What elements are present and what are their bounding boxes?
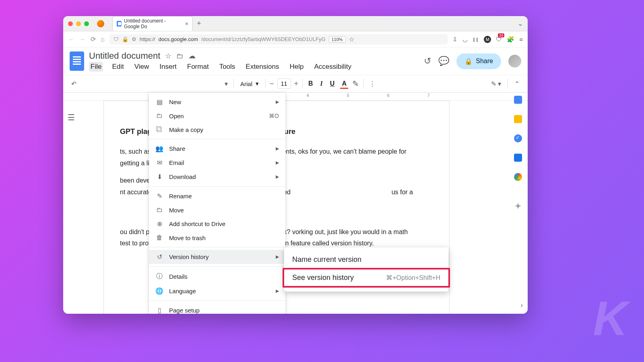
menu-view[interactable]: View	[133, 62, 151, 72]
font-family-select[interactable]: Arial ▾	[238, 80, 261, 87]
chevron-down-icon: ▾	[256, 80, 259, 87]
menu-insert[interactable]: Insert	[158, 62, 178, 72]
menu-email[interactable]: ✉Email▶	[149, 156, 285, 170]
tasks-icon[interactable]	[514, 134, 522, 142]
minimize-window[interactable]	[76, 21, 81, 26]
back-button[interactable]: ←	[68, 36, 74, 43]
bold-button[interactable]: B	[307, 79, 315, 88]
editing-mode-icon[interactable]: ✎ ▾	[489, 78, 503, 89]
menu-extensions[interactable]: Extensions	[244, 62, 281, 72]
extension-icon[interactable]: 🛡24	[496, 36, 502, 43]
menu-format[interactable]: Format	[186, 62, 211, 72]
home-button[interactable]: ⌂	[101, 36, 105, 43]
menu-details[interactable]: ⓘDetails	[149, 269, 285, 284]
forward-button[interactable]: →	[79, 36, 86, 43]
docs-logo-icon[interactable]	[70, 51, 84, 71]
address-bar: ← → ⟳ ⌂ 🛡 🔒 ⚙ https://docs.google.com/do…	[63, 31, 528, 47]
reload-button[interactable]: ⟳	[91, 35, 96, 43]
move-icon: 🗀	[155, 206, 163, 214]
cloud-status-icon[interactable]: ☁	[188, 51, 196, 60]
window-controls	[68, 21, 89, 26]
maximize-window[interactable]	[84, 21, 89, 26]
share-icon: 👥	[155, 145, 163, 152]
font-size-input[interactable]	[277, 78, 291, 89]
calendar-icon[interactable]	[514, 96, 522, 104]
undo-icon[interactable]: ↶	[70, 78, 78, 89]
text-color-button[interactable]: A	[340, 79, 348, 88]
maps-icon[interactable]	[514, 173, 522, 181]
underline-button[interactable]: U	[328, 79, 336, 88]
permissions-icon: ⚙	[132, 36, 136, 42]
menu-add-shortcut[interactable]: ⊕Add shortcut to Drive	[149, 217, 285, 231]
menu-page-setup[interactable]: ▯Page setup	[149, 303, 285, 314]
move-folder-icon[interactable]: 🗀	[176, 52, 184, 60]
comments-icon[interactable]: 💬	[438, 56, 449, 66]
save-pocket-icon[interactable]: ⇩	[452, 36, 458, 43]
extensions-icon[interactable]: 🧩	[507, 36, 514, 43]
version-history-submenu: Name current version See version history…	[284, 247, 448, 292]
menu-help[interactable]: Help	[288, 62, 305, 72]
ruler: 2 3 4 5 6 7	[63, 93, 528, 101]
menu-edit[interactable]: Edit	[110, 62, 125, 72]
lock-icon: 🔒	[464, 58, 473, 65]
star-icon[interactable]: ☆	[165, 51, 171, 60]
zoom-badge[interactable]: 110%	[329, 36, 346, 43]
menu-language[interactable]: 🌐Language▶	[149, 284, 285, 298]
tabs-overflow-icon[interactable]: ⌄	[518, 20, 523, 27]
menu-new[interactable]: ▤New▶	[149, 95, 285, 109]
globe-icon: 🌐	[155, 287, 163, 295]
contacts-icon[interactable]	[514, 154, 522, 162]
decrease-font-button[interactable]: −	[270, 80, 274, 88]
menu-download[interactable]: ⬇Download▶	[149, 170, 285, 184]
browser-tab[interactable]: Untitled document - Google Do ×	[112, 16, 193, 31]
app-menu-icon[interactable]: ≡	[519, 36, 523, 43]
share-button[interactable]: 🔒 Share	[456, 53, 501, 69]
pocket-icon[interactable]: ◡	[462, 36, 468, 43]
menu-open[interactable]: 🗀Open⌘O	[149, 109, 285, 123]
url-protocol: https://	[140, 36, 155, 42]
menu-file[interactable]: File	[89, 62, 103, 72]
more-format-icon[interactable]: ⋮	[367, 78, 377, 89]
download-icon: ⬇	[155, 173, 163, 181]
url-path: /document/d/1zzIzfy5arbqWWY6SDEEYObD1ULF…	[201, 36, 326, 42]
menu-rename[interactable]: ✎Rename	[149, 189, 285, 203]
submenu-arrow-icon: ▶	[276, 288, 279, 294]
italic-button[interactable]: I	[319, 79, 324, 88]
menu-make-copy[interactable]: ⿻Make a copy	[149, 123, 285, 136]
tab-title: Untitled document - Google Do	[124, 18, 181, 29]
keep-icon[interactable]	[514, 115, 522, 123]
menu-trash[interactable]: 🗑Move to trash	[149, 231, 285, 245]
outline-toggle[interactable]: ☰	[63, 101, 79, 314]
see-version-history[interactable]: See version history ⌘+Option+Shift+H	[283, 268, 450, 288]
close-window[interactable]	[68, 21, 73, 26]
style-dropdown-icon[interactable]: ▾	[223, 78, 229, 89]
add-addon-icon[interactable]: +	[515, 200, 521, 212]
sidepanel-collapse-icon[interactable]: ›	[521, 302, 523, 309]
url-input[interactable]: 🛡 🔒 ⚙ https://docs.google.com/document/d…	[109, 34, 448, 45]
library-icon[interactable]: ⫿⫿	[473, 36, 479, 43]
rename-icon: ✎	[155, 192, 163, 200]
document-icon: ▤	[155, 98, 163, 106]
menu-version-history[interactable]: ↺Version history▶	[149, 250, 285, 264]
highlight-button[interactable]: ✎	[352, 79, 359, 88]
user-avatar[interactable]	[508, 55, 521, 68]
page-icon: ▯	[155, 306, 163, 314]
new-tab-button[interactable]: +	[197, 19, 201, 28]
increase-font-button[interactable]: +	[294, 80, 299, 88]
shield-icon: 🛡	[114, 36, 119, 42]
close-tab-icon[interactable]: ×	[185, 21, 188, 27]
email-icon: ✉	[155, 159, 163, 167]
submenu-arrow-icon: ▶	[276, 146, 279, 151]
menu-move[interactable]: 🗀Move	[149, 203, 285, 217]
document-title[interactable]: Untitled document	[89, 51, 160, 61]
collapse-toolbar-icon[interactable]: ⌃	[513, 78, 521, 89]
history-icon: ↺	[155, 253, 163, 261]
history-icon[interactable]: ↺	[424, 56, 431, 66]
menu-tools[interactable]: Tools	[218, 62, 237, 72]
bookmark-star-icon[interactable]: ☆	[349, 36, 354, 43]
menu-accessibility[interactable]: Accessibility	[312, 62, 353, 72]
account-icon[interactable]: M	[484, 36, 491, 43]
submenu-arrow-icon: ▶	[276, 99, 279, 105]
menu-share[interactable]: 👥Share▶	[149, 142, 285, 156]
name-current-version[interactable]: Name current version	[284, 251, 448, 268]
